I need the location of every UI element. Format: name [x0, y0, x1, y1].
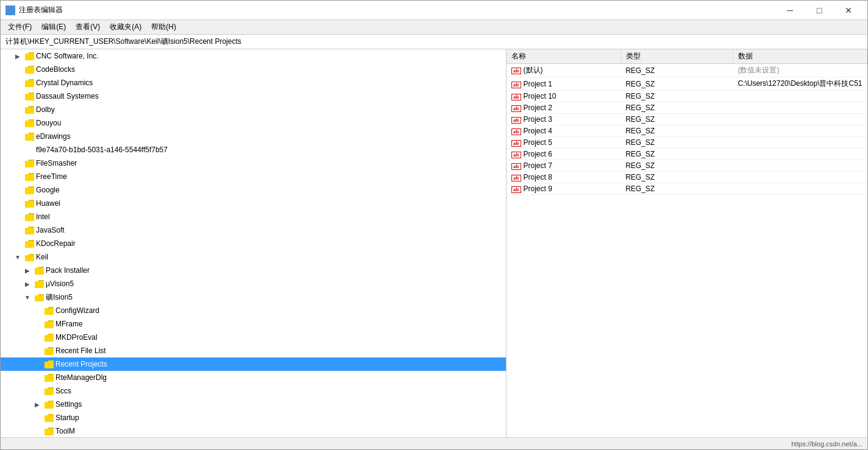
- expand-arrow-settings[interactable]: ▶: [32, 399, 42, 409]
- tree-item-douyou[interactable]: Douyou: [1, 116, 506, 130]
- table-row[interactable]: abProject 1REG_SZC:\Users\12720\Desktop\…: [507, 77, 867, 91]
- tree-item-codeblocks[interactable]: CodeBlocks: [1, 63, 506, 76]
- tree-item-packinstaller[interactable]: ▶ Pack Installer: [1, 264, 506, 277]
- col-name[interactable]: 名称: [507, 49, 621, 64]
- tree-item-javasoft[interactable]: JavaSoft: [1, 223, 506, 237]
- expand-arrow-dolby: [13, 105, 23, 114]
- tree-label-mframe: MFrame: [55, 320, 83, 328]
- svg-rect-27: [44, 375, 54, 382]
- tree-item-sccs[interactable]: Sccs: [1, 384, 506, 398]
- tree-item-recentprojects[interactable]: Recent Projects: [1, 357, 506, 371]
- tree-item-freetime[interactable]: FreeTime: [1, 170, 506, 183]
- maximize-button[interactable]: □: [805, 1, 833, 20]
- svg-rect-26: [44, 362, 54, 368]
- minimize-button[interactable]: ─: [776, 1, 804, 20]
- folder-icon-edrawings: [24, 132, 34, 141]
- tree-label-freetime: FreeTime: [36, 172, 67, 181]
- tree-item-uvision5[interactable]: ▶ μVision5: [1, 277, 506, 290]
- table-row[interactable]: abProject 5REG_SZ: [507, 137, 867, 149]
- tree-panel[interactable]: ▶ CNC Software, Inc. CodeBlocks: [1, 49, 507, 437]
- reg-type-cell: REG_SZ: [621, 172, 733, 183]
- expand-arrow-javasoft: [13, 225, 23, 235]
- menu-view[interactable]: 查看(V): [71, 21, 105, 33]
- table-row[interactable]: abProject 10REG_SZ: [507, 91, 867, 102]
- tree-item-edrawings[interactable]: eDrawings: [1, 130, 506, 143]
- tree-item-intel[interactable]: Intel: [1, 210, 506, 223]
- menu-help[interactable]: 帮助(H): [146, 21, 181, 33]
- expand-arrow-packinstaller[interactable]: ▶: [23, 265, 32, 275]
- tree-label-packinstaller: Pack Installer: [46, 266, 90, 275]
- tree-label-filesmasher: FileSmasher: [36, 159, 77, 167]
- expand-arrow-filesmasher: [13, 158, 23, 168]
- svg-rect-8: [25, 107, 34, 114]
- tree-label-startup: Startup: [55, 413, 79, 422]
- folder-icon-huawei: [24, 199, 34, 208]
- table-row[interactable]: ab(默认)REG_SZ(数值未设置): [507, 64, 867, 77]
- table-row[interactable]: abProject 3REG_SZ: [507, 114, 867, 125]
- folder-icon-filesmasher: [24, 158, 34, 168]
- folder-icon-toolm: [44, 426, 54, 436]
- tree-item-rtemanagerdlg[interactable]: RteManagerDlg: [1, 371, 506, 384]
- expand-arrow-uvision5[interactable]: ▶: [23, 279, 32, 289]
- folder-icon-keil: [24, 252, 34, 262]
- table-row[interactable]: abProject 7REG_SZ: [507, 160, 867, 172]
- right-panel: 名称 类型 数据 ab(默认)REG_SZ(数值未设置)abProject 1R…: [507, 49, 867, 437]
- svg-rect-25: [44, 348, 54, 355]
- tree-item-dassault[interactable]: Dassault Systemes: [1, 90, 506, 103]
- col-type[interactable]: 类型: [621, 49, 733, 64]
- tree-item-dolby[interactable]: Dolby: [1, 103, 506, 116]
- tree-item-crystal[interactable]: Crystal Dynamics: [1, 76, 506, 90]
- expand-arrow-configwizard: [32, 306, 42, 315]
- menu-edit[interactable]: 编辑(E): [37, 21, 71, 33]
- tree-item-keil[interactable]: ▼ Keil: [1, 250, 506, 264]
- table-row[interactable]: abProject 9REG_SZ: [507, 183, 867, 195]
- folder-icon-recentfilelist: [44, 346, 54, 356]
- tree-item-kdocrepair[interactable]: KDocRepair: [1, 237, 506, 250]
- expand-arrow-codeblocks: [13, 65, 23, 74]
- tree-item-kuangision5[interactable]: ▼ 礦Ision5: [1, 290, 506, 304]
- tree-item-huawei[interactable]: Huawei: [1, 197, 506, 210]
- tree-item-recentfilelist[interactable]: Recent File List: [1, 344, 506, 357]
- close-button[interactable]: ✕: [834, 1, 863, 20]
- col-data[interactable]: 数据: [733, 49, 867, 64]
- menu-favorites[interactable]: 收藏夹(A): [105, 21, 146, 33]
- tree-label-settings: Settings: [55, 400, 82, 409]
- tree-label-toolm: ToolM: [55, 427, 75, 435]
- reg-data-cell: [733, 183, 867, 195]
- tree-item-configwizard[interactable]: ConfigWizard: [1, 304, 506, 317]
- tree-item-google[interactable]: Google: [1, 183, 506, 197]
- tree-item-mkdproeval[interactable]: MKDProEval: [1, 331, 506, 344]
- folder-icon-dassault: [24, 91, 34, 101]
- reg-type-cell: REG_SZ: [621, 137, 733, 149]
- expand-arrow-huawei: [13, 199, 23, 208]
- tree-item-filesmasher[interactable]: FileSmasher: [1, 156, 506, 170]
- folder-icon-startup: [44, 413, 54, 423]
- menu-file[interactable]: 文件(F): [3, 21, 37, 33]
- svg-rect-28: [44, 388, 54, 395]
- tree-item-startup[interactable]: Startup: [1, 411, 506, 424]
- tree-item-cnc[interactable]: ▶ CNC Software, Inc.: [1, 49, 506, 63]
- tree-label-kdocrepair: KDocRepair: [36, 239, 76, 248]
- folder-icon-mkdproeval: [44, 332, 54, 342]
- reg-name-cell: abProject 7: [507, 160, 621, 172]
- tree-item-settings[interactable]: ▶ Settings: [1, 398, 506, 411]
- expand-arrow-keil[interactable]: ▼: [13, 252, 23, 262]
- svg-rect-11: [25, 161, 34, 167]
- table-row[interactable]: abProject 6REG_SZ: [507, 149, 867, 160]
- expand-arrow-cnc[interactable]: ▶: [13, 51, 23, 61]
- table-row[interactable]: abProject 8REG_SZ: [507, 172, 867, 183]
- tree-item-mframe[interactable]: MFrame: [1, 317, 506, 331]
- expand-arrow-kdocrepair: [13, 239, 23, 248]
- tree-item-toolm[interactable]: ToolM: [1, 424, 506, 437]
- table-row[interactable]: abProject 4REG_SZ: [507, 125, 867, 137]
- expand-arrow-google: [13, 185, 23, 195]
- table-row[interactable]: abProject 2REG_SZ: [507, 102, 867, 114]
- reg-name-cell: abProject 8: [507, 172, 621, 183]
- expand-arrow-kuangision5[interactable]: ▼: [23, 292, 32, 302]
- tree-item-guid[interactable]: f9e74a70-b1bd-5031-a146-5544ff5f7b57: [1, 143, 506, 156]
- reg-name-cell: abProject 10: [507, 91, 621, 102]
- tree-label-douyou: Douyou: [36, 119, 61, 127]
- reg-name-cell: abProject 1: [507, 77, 621, 91]
- reg-type-cell: REG_SZ: [621, 64, 733, 77]
- tree-label-rtemanagerdlg: RteManagerDlg: [55, 373, 107, 382]
